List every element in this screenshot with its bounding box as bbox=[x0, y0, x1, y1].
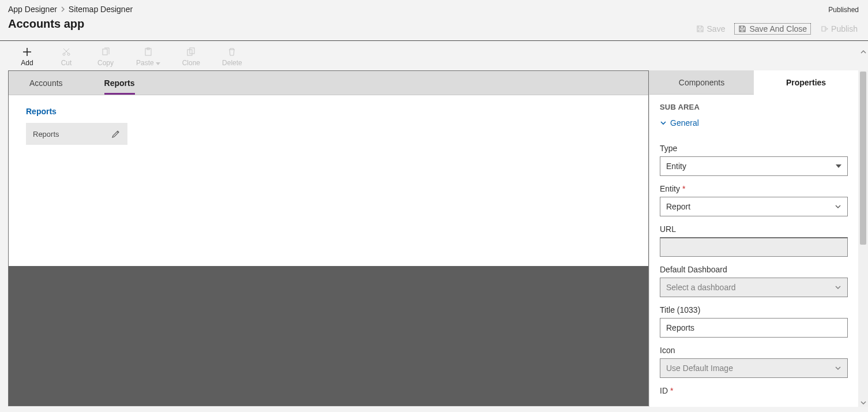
svg-point-2 bbox=[63, 53, 65, 55]
main: Accounts Reports Reports Reports Compone… bbox=[0, 70, 868, 407]
section-general-label: General bbox=[670, 118, 699, 128]
plus-icon bbox=[22, 47, 32, 57]
publish-label: Publish bbox=[831, 24, 858, 33]
panel-body: SUB AREA General Type Entity Entity* Rep… bbox=[649, 95, 858, 406]
field-id: ID* bbox=[660, 386, 848, 395]
header-actions: Save Save And Close Publish bbox=[694, 23, 860, 35]
svg-rect-4 bbox=[103, 49, 107, 55]
chevron-down-icon bbox=[835, 365, 841, 372]
url-input bbox=[660, 237, 848, 257]
canvas-body: Reports Reports bbox=[9, 95, 648, 266]
chevron-down-icon bbox=[660, 119, 667, 126]
delete-label: Delete bbox=[222, 59, 242, 67]
sitemap-canvas: Accounts Reports Reports Reports bbox=[8, 70, 649, 406]
save-and-close-button[interactable]: Save And Close bbox=[734, 23, 811, 35]
scroll-down-icon[interactable] bbox=[860, 399, 866, 406]
panel-heading: SUB AREA bbox=[660, 103, 848, 111]
paste-button: Paste bbox=[136, 47, 160, 67]
header: App Designer Sitemap Designer Accounts a… bbox=[0, 0, 868, 41]
clone-button: Clone bbox=[182, 47, 200, 67]
save-icon bbox=[696, 25, 704, 33]
field-default-dashboard: Default Dashboard Select a dashboard bbox=[660, 265, 848, 297]
icon-value: Use Default Image bbox=[666, 364, 733, 373]
title-value: Reports bbox=[666, 323, 694, 332]
icon-field-label: Icon bbox=[660, 346, 675, 355]
properties-panel: Components Properties SUB AREA General T… bbox=[649, 70, 858, 407]
add-button[interactable]: Add bbox=[18, 47, 36, 67]
breadcrumb-root[interactable]: App Designer bbox=[8, 5, 57, 14]
tab-accounts[interactable]: Accounts bbox=[9, 71, 84, 95]
entity-select[interactable]: Report bbox=[660, 197, 848, 216]
svg-point-3 bbox=[67, 53, 70, 55]
scroll-thumb[interactable] bbox=[860, 72, 866, 245]
canvas-wrap: Accounts Reports Reports Reports bbox=[0, 70, 649, 407]
save-label: Save bbox=[707, 24, 726, 33]
tab-properties[interactable]: Properties bbox=[754, 70, 858, 95]
required-asterisk: * bbox=[682, 184, 685, 193]
save-button: Save bbox=[694, 23, 728, 35]
entity-value: Report bbox=[666, 202, 690, 211]
cut-label: Cut bbox=[61, 59, 72, 67]
right-panel-container: Components Properties SUB AREA General T… bbox=[649, 70, 868, 407]
trash-icon bbox=[227, 47, 237, 57]
field-title: Title (1033) Reports bbox=[660, 305, 848, 338]
caret-down-icon bbox=[156, 62, 160, 65]
panel-scrollbar[interactable] bbox=[858, 70, 868, 407]
default-dashboard-select[interactable]: Select a dashboard bbox=[660, 278, 848, 297]
type-label: Type bbox=[660, 144, 677, 153]
delete-button: Delete bbox=[222, 47, 242, 67]
tab-components[interactable]: Components bbox=[649, 70, 754, 95]
scroll-up-icon[interactable] bbox=[860, 48, 866, 55]
entity-label: Entity bbox=[660, 184, 680, 193]
field-entity: Entity* Report bbox=[660, 184, 848, 216]
cut-button: Cut bbox=[58, 47, 75, 67]
scissors-icon bbox=[61, 47, 72, 57]
field-type: Type Entity bbox=[660, 144, 848, 176]
field-url: URL bbox=[660, 224, 848, 257]
group-title[interactable]: Reports bbox=[26, 107, 631, 116]
publish-button: Publish bbox=[818, 23, 860, 35]
clone-label: Clone bbox=[182, 59, 200, 67]
pencil-icon[interactable] bbox=[111, 129, 121, 138]
clone-icon bbox=[186, 47, 196, 57]
toolbar: Add Cut Copy Paste Clone Delete bbox=[0, 41, 868, 70]
copy-icon bbox=[100, 47, 111, 57]
breadcrumb-current: Sitemap Designer bbox=[69, 5, 133, 14]
title-input[interactable]: Reports bbox=[660, 318, 848, 338]
field-icon: Icon Use Default Image bbox=[660, 346, 848, 378]
type-value: Entity bbox=[666, 162, 686, 171]
add-label: Add bbox=[21, 59, 33, 67]
title-label: Title (1033) bbox=[660, 305, 700, 314]
chevron-down-icon bbox=[835, 284, 841, 291]
canvas-empty-area bbox=[9, 266, 648, 406]
section-general-toggle[interactable]: General bbox=[660, 118, 699, 128]
caret-down-icon bbox=[836, 164, 841, 168]
id-label: ID bbox=[660, 386, 668, 395]
chevron-down-icon bbox=[835, 203, 841, 210]
publish-icon bbox=[820, 25, 828, 33]
subarea-tile-label: Reports bbox=[33, 130, 59, 138]
breadcrumb: App Designer Sitemap Designer bbox=[8, 5, 860, 14]
copy-button: Copy bbox=[97, 47, 114, 67]
required-asterisk: * bbox=[670, 386, 673, 395]
save-close-icon bbox=[738, 25, 746, 33]
copy-label: Copy bbox=[97, 59, 114, 67]
breadcrumb-separator-icon bbox=[61, 6, 65, 12]
save-close-label: Save And Close bbox=[749, 24, 807, 33]
type-select[interactable]: Entity bbox=[660, 156, 848, 176]
paste-label: Paste bbox=[136, 59, 154, 67]
status-published: Published bbox=[828, 6, 859, 14]
tab-reports[interactable]: Reports bbox=[84, 71, 156, 95]
default-dashboard-placeholder: Select a dashboard bbox=[666, 283, 736, 292]
subarea-tile-reports[interactable]: Reports bbox=[26, 123, 127, 145]
clipboard-icon bbox=[143, 47, 153, 57]
canvas-tabs: Accounts Reports bbox=[9, 71, 648, 95]
icon-select[interactable]: Use Default Image bbox=[660, 358, 848, 378]
url-label: URL bbox=[660, 224, 676, 234]
default-dashboard-label: Default Dashboard bbox=[660, 265, 727, 274]
panel-tabs: Components Properties bbox=[649, 70, 858, 95]
